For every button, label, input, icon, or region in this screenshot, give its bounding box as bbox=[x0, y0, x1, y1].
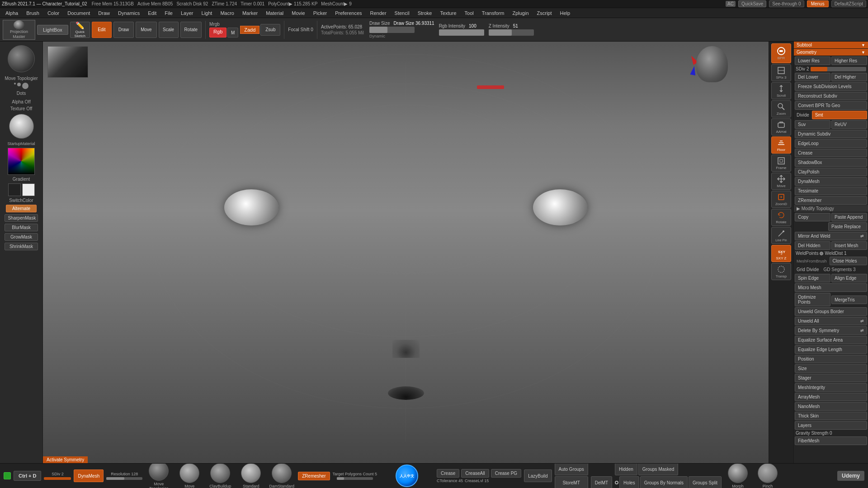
projection-master-btn[interactable]: Projection Master bbox=[3, 20, 35, 40]
groups-split-btn[interactable]: Groups Split bbox=[689, 476, 722, 488]
menu-picker[interactable]: Picker bbox=[310, 9, 331, 17]
activate-symmetry-label[interactable]: Activate Symmetry bbox=[43, 456, 88, 463]
zadd-btn[interactable]: Zadd bbox=[240, 26, 259, 34]
draw-size-slider[interactable] bbox=[369, 27, 415, 33]
canvas-area[interactable]: Activate Symmetry bbox=[43, 42, 769, 463]
position-btn[interactable]: Position bbox=[795, 355, 867, 363]
layers-btn[interactable]: Layers bbox=[795, 421, 867, 430]
brush-morph[interactable]: Morph bbox=[724, 463, 751, 488]
zremesher-btn[interactable]: ZRemesher bbox=[795, 196, 867, 205]
material-sphere[interactable] bbox=[9, 114, 34, 139]
dyna-mesh-bottom-btn[interactable]: DynaMesh bbox=[74, 469, 104, 482]
zoomd-btn[interactable]: ZoomD bbox=[771, 191, 791, 208]
holes-btn[interactable]: Holes bbox=[619, 476, 639, 488]
copy-btn[interactable]: Copy bbox=[795, 213, 830, 221]
bpr-btn[interactable]: BPR bbox=[771, 43, 791, 63]
scale-btn[interactable]: Scale bbox=[159, 22, 179, 38]
zsub-btn[interactable]: Zsub bbox=[260, 24, 280, 36]
quick-sketch-btn[interactable]: ✏️ Quick Sketch bbox=[70, 22, 90, 38]
spin-edge-btn[interactable]: Spin Edge bbox=[795, 274, 830, 282]
size-btn[interactable]: Size bbox=[795, 364, 867, 373]
modify-topology-header[interactable]: ▶ Modify Topology bbox=[794, 205, 868, 212]
swatch-black[interactable] bbox=[8, 183, 21, 196]
geometry-header[interactable]: Geometry ▼ bbox=[794, 49, 868, 56]
brush-move-topologics[interactable]: Move Topologics bbox=[145, 463, 172, 488]
del-higher-btn[interactable]: Del Higher bbox=[831, 73, 867, 81]
zremesher-bottom-btn[interactable]: ZRemesher bbox=[298, 472, 330, 480]
stager-btn[interactable]: Stager bbox=[795, 374, 867, 382]
zoom-btn[interactable]: Zoom bbox=[771, 100, 791, 117]
menu-help[interactable]: Help bbox=[557, 9, 574, 17]
merge-tris-btn[interactable]: MergeTris bbox=[831, 296, 867, 304]
brush-move[interactable]: Move bbox=[176, 463, 203, 488]
aahat-btn[interactable]: AAHat bbox=[771, 118, 791, 136]
menu-document[interactable]: Document bbox=[64, 9, 94, 17]
dynamic-subdiv-btn[interactable]: Dynamic Subdiv bbox=[795, 130, 867, 138]
transp-btn[interactable]: Transp bbox=[771, 263, 791, 280]
flood-btn[interactable]: Floor bbox=[771, 136, 791, 154]
blur-mask-btn[interactable]: BlurMask bbox=[5, 224, 38, 231]
tessimate-btn[interactable]: Tessimate bbox=[795, 187, 867, 195]
alternate-btn[interactable]: Alternate bbox=[6, 205, 37, 212]
m-btn[interactable]: M bbox=[227, 28, 238, 38]
crease-all-btn[interactable]: CreaseAll bbox=[461, 469, 489, 478]
freeze-subdiv-btn[interactable]: Freeze SubDivision Levels bbox=[795, 82, 867, 91]
move-nav-btn[interactable]: Move bbox=[771, 173, 791, 190]
subtool-header[interactable]: Subtool ▼ bbox=[794, 42, 868, 49]
menu-dynamics[interactable]: Dynamics bbox=[114, 9, 143, 17]
unweld-groups-border-btn[interactable]: Unweld Groups Border bbox=[795, 307, 867, 316]
auto-groups-btn[interactable]: Auto Groups bbox=[555, 463, 588, 475]
menu-stencil[interactable]: Stencil bbox=[391, 9, 413, 17]
suv-btn[interactable]: Suv bbox=[795, 120, 830, 129]
menu-file[interactable]: File bbox=[161, 9, 176, 17]
brush-clay-buildup[interactable]: ClayBuildup bbox=[207, 463, 234, 488]
align-edge-btn[interactable]: Align Edge bbox=[831, 274, 867, 282]
crease-pg-btn[interactable]: Crease PG bbox=[491, 469, 521, 478]
rgb-intensity-slider[interactable] bbox=[439, 29, 484, 36]
shrink-mask-btn[interactable]: ShrinkMask bbox=[5, 243, 38, 250]
menu-tool[interactable]: Tool bbox=[461, 9, 477, 17]
menu-draw[interactable]: Draw bbox=[94, 9, 113, 17]
menu-texture[interactable]: Texture bbox=[436, 9, 460, 17]
brush-standard[interactable]: Standard bbox=[237, 463, 264, 488]
dyna-mesh-btn[interactable]: DynaMesh bbox=[795, 177, 867, 186]
del-mt-btn[interactable]: DelMT bbox=[591, 476, 612, 488]
lower-res-btn[interactable]: Lower Res bbox=[795, 56, 830, 65]
menu-zscript[interactable]: Zscript bbox=[533, 9, 556, 17]
higher-res-btn[interactable]: Higher Res bbox=[831, 56, 867, 65]
menu-render[interactable]: Render bbox=[367, 9, 390, 17]
optimize-points-btn[interactable]: Optimize Points bbox=[795, 293, 830, 306]
menu-alpha[interactable]: Alpha bbox=[2, 9, 22, 17]
brush-dam-standard[interactable]: DamStandard bbox=[268, 463, 295, 488]
frame-btn[interactable]: Frame bbox=[771, 155, 791, 172]
store-mt-btn[interactable]: StoreMT bbox=[555, 476, 588, 488]
del-hidden-btn[interactable]: Del Hidden bbox=[795, 241, 830, 250]
fiber-mesh-btn[interactable]: FiberMesh bbox=[795, 436, 867, 445]
nano-mesh-btn[interactable]: NanoMesh bbox=[795, 402, 867, 411]
brush-pinch[interactable]: Pinch bbox=[754, 463, 781, 488]
default-zscript[interactable]: DefaultZScript bbox=[831, 0, 866, 7]
menu-layer[interactable]: Layer bbox=[177, 9, 197, 17]
see-through[interactable]: See-through 0 bbox=[769, 0, 804, 7]
equalize-surface-area-btn[interactable]: Equalize Surface Area bbox=[795, 336, 867, 344]
move-btn[interactable]: Move bbox=[136, 22, 156, 38]
sxyz-btn[interactable]: SXYZ SXY Z bbox=[771, 245, 791, 262]
paste-replace-btn[interactable]: Paste Replace bbox=[828, 222, 867, 231]
menu-movie[interactable]: Movie bbox=[288, 9, 308, 17]
menu-zplugin[interactable]: Zplugin bbox=[509, 9, 532, 17]
groups-by-normals-btn[interactable]: Groups By Normals bbox=[640, 476, 688, 488]
swatch-white[interactable] bbox=[22, 183, 35, 196]
rotate-nav-btn[interactable]: Rotate bbox=[771, 209, 791, 226]
shadow-box-btn[interactable]: ShadowBox bbox=[795, 158, 867, 167]
viewport-3d[interactable]: Activate Symmetry bbox=[43, 42, 769, 463]
insert-mesh-btn[interactable]: Insert Mesh bbox=[831, 241, 867, 250]
smt-btn[interactable]: Smt bbox=[812, 111, 867, 119]
lightbox-btn[interactable]: LightBox bbox=[37, 25, 68, 35]
z-intensity-slider[interactable] bbox=[489, 29, 534, 36]
menu-color[interactable]: Color bbox=[44, 9, 63, 17]
array-mesh-btn[interactable]: ArrayMesh bbox=[795, 393, 867, 401]
edit-btn[interactable]: Edit bbox=[92, 22, 112, 38]
groups-masked-btn[interactable]: Groups Masked bbox=[638, 463, 679, 475]
rotate-btn[interactable]: Rotate bbox=[180, 22, 202, 38]
menu-transform[interactable]: Transform bbox=[478, 9, 508, 17]
